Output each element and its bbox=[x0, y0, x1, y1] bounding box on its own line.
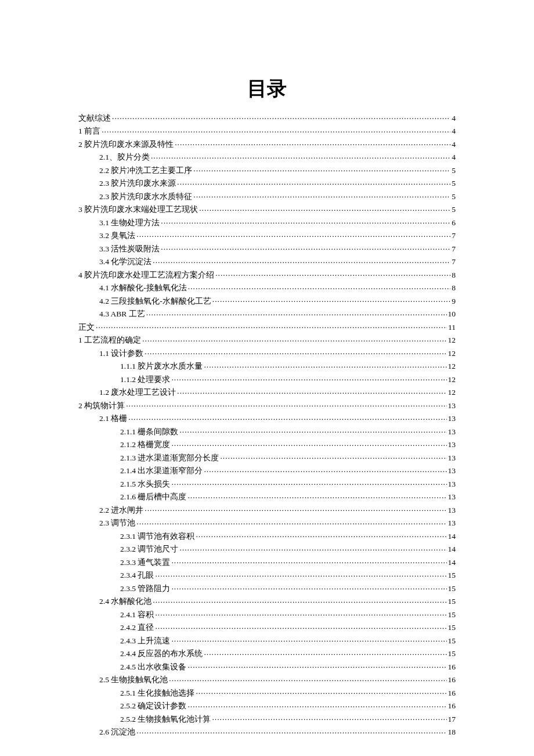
toc-dots bbox=[126, 400, 446, 408]
toc-entry: 2.1.2 格栅宽度13 bbox=[78, 440, 456, 449]
toc-entry: 2.1、胶片分类4 bbox=[78, 152, 456, 161]
toc-dots bbox=[96, 322, 447, 330]
toc-entry-label: 2.1.6 栅后槽中高度 bbox=[120, 493, 186, 501]
toc-entry: 2.2 胶片冲洗工艺主要工序5 bbox=[78, 165, 456, 174]
toc-entry-page: 8 bbox=[452, 271, 456, 279]
toc-entry-label: 2.1、胶片分类 bbox=[99, 153, 150, 161]
toc-entry-page: 4 bbox=[452, 153, 456, 161]
toc-entry-page: 12 bbox=[448, 336, 456, 344]
toc-dots bbox=[151, 152, 450, 160]
toc-entry-page: 15 bbox=[448, 650, 456, 658]
toc-entry: 2.6 沉淀池18 bbox=[78, 727, 456, 736]
toc-entry-page: 12 bbox=[448, 362, 456, 370]
toc-dots bbox=[155, 609, 446, 617]
toc-entry: 文献综述4 bbox=[78, 113, 456, 122]
toc-entry-label: 4.1 水解酸化-接触氧化法 bbox=[99, 284, 187, 292]
toc-entry: 2.4.1 容积15 bbox=[78, 609, 456, 618]
toc-entry-page: 13 bbox=[448, 402, 456, 410]
toc-entry: 2.3.3 通气装置14 bbox=[78, 557, 456, 566]
toc-entry: 2.4.2 直径15 bbox=[78, 622, 456, 632]
toc-entry-label: 2.5 生物接触氧化池 bbox=[99, 676, 168, 684]
toc-entry-label: 2 胶片洗印废水来源及特性 bbox=[78, 141, 174, 149]
toc-entry: 4.1 水解酸化-接触氧化法 8 bbox=[78, 283, 456, 292]
toc-entry: 正文11 bbox=[78, 322, 456, 331]
toc-dots bbox=[179, 426, 446, 434]
toc-dots bbox=[196, 687, 446, 696]
toc-entry-label: 1.1 设计参数 bbox=[99, 350, 143, 358]
toc-dots bbox=[145, 348, 446, 356]
toc-entry: 1.1 设计参数12 bbox=[78, 348, 456, 357]
toc-entry: 1.1.2 处理要求12 bbox=[78, 374, 456, 383]
toc-dots bbox=[171, 557, 446, 565]
toc-entry-label: 2.3.4 孔眼 bbox=[120, 571, 154, 579]
toc-entry-page: 10 bbox=[448, 310, 456, 318]
toc-entry-page: 17 bbox=[448, 715, 456, 723]
toc-entry: 2.3.1 调节池有效容积14 bbox=[78, 531, 456, 540]
toc-entry-page: 4 bbox=[452, 141, 456, 149]
toc-dots bbox=[161, 243, 450, 251]
toc-dots bbox=[204, 466, 446, 474]
toc-entry-page: 9 bbox=[452, 297, 456, 305]
toc-dots bbox=[136, 518, 446, 526]
toc-entry-label: 2.3.2 调节池尺寸 bbox=[120, 545, 178, 553]
toc-entry-label: 2.1.1 栅条间隙数 bbox=[120, 428, 178, 436]
toc-entry-label: 2.4 水解酸化池 bbox=[99, 597, 151, 606]
toc-entry: 2.4.4 反应器的布水系统15 bbox=[78, 649, 456, 658]
toc-dots bbox=[215, 269, 450, 278]
toc-entry-page: 15 bbox=[448, 571, 456, 579]
toc-entry-label: 2.4.2 直径 bbox=[120, 624, 154, 632]
toc-dots bbox=[177, 387, 446, 395]
toc-dots bbox=[212, 296, 451, 304]
toc-dots bbox=[171, 635, 446, 643]
toc-dots bbox=[161, 217, 450, 225]
toc-entry: 2.5.1 生化接触池选择16 bbox=[78, 687, 456, 697]
toc-dots bbox=[199, 204, 450, 213]
toc-entry-page: 5 bbox=[452, 179, 456, 188]
toc-dots bbox=[128, 413, 446, 422]
toc-entry-label: 2.3.1 调节池有效容积 bbox=[120, 532, 194, 541]
toc-dots bbox=[171, 374, 446, 382]
toc-entry-label: 2.3.5 管路阻力 bbox=[120, 585, 170, 593]
toc-entry-page: 16 bbox=[448, 689, 456, 697]
toc-entry: 2 胶片洗印废水来源及特性4 bbox=[78, 139, 456, 148]
toc-entry-label: 2.1.2 格栅宽度 bbox=[120, 441, 170, 449]
toc-entry-label: 2.2 进水闸井 bbox=[99, 506, 143, 514]
toc-entry-page: 15 bbox=[448, 585, 456, 593]
toc-dots bbox=[196, 531, 446, 539]
toc-entry-page: 5 bbox=[452, 193, 456, 201]
toc-entry: 2.4.3 上升流速15 bbox=[78, 635, 456, 645]
toc-entry: 2.3.4 孔眼15 bbox=[78, 570, 456, 579]
toc-entry-label: 2.2 胶片冲洗工艺主要工序 bbox=[99, 167, 192, 175]
toc-entry-page: 11 bbox=[448, 323, 456, 332]
toc-dots bbox=[187, 661, 446, 669]
toc-entry-page: 14 bbox=[448, 545, 456, 553]
toc-entry-page: 14 bbox=[448, 532, 456, 541]
toc-entry: 1.2 废水处理工艺设计12 bbox=[78, 387, 456, 397]
toc-list: 文献综述41 前言42 胶片洗印废水来源及特性42.1、胶片分类42.2 胶片冲… bbox=[78, 113, 456, 736]
toc-dots bbox=[193, 191, 450, 199]
toc-entry-page: 13 bbox=[448, 506, 456, 514]
toc-entry-label: 2.4.3 上升流速 bbox=[120, 637, 170, 645]
toc-entry: 4 胶片洗印废水处理工艺流程方案介绍8 bbox=[78, 269, 456, 279]
toc-entry-label: 4.3 ABR 工艺 bbox=[99, 310, 145, 318]
toc-entry: 1.1.1 胶片废水水质水量12 bbox=[78, 361, 456, 370]
toc-dots bbox=[153, 596, 446, 604]
toc-dots bbox=[136, 231, 450, 239]
toc-dots bbox=[175, 139, 450, 147]
toc-entry-page: 15 bbox=[448, 611, 456, 619]
toc-title: 目录 bbox=[78, 75, 456, 102]
toc-entry: 2.4.5 出水收集设备16 bbox=[78, 661, 456, 671]
toc-entry-label: 2.5.2 生物接触氧化池计算 bbox=[120, 715, 211, 723]
toc-entry-label: 2.1.3 进水渠道渐宽部分长度 bbox=[120, 454, 219, 462]
toc-entry-page: 7 bbox=[452, 232, 456, 240]
toc-entry-page: 18 bbox=[448, 728, 456, 736]
toc-entry: 2.1.6 栅后槽中高度13 bbox=[78, 492, 456, 501]
toc-entry-page: 12 bbox=[448, 350, 456, 358]
toc-dots bbox=[204, 649, 446, 657]
toc-entry-page: 5 bbox=[452, 167, 456, 175]
toc-entry-label: 2.5.2 确定设计参数 bbox=[120, 702, 186, 710]
toc-entry-label: 文献综述 bbox=[78, 114, 111, 123]
toc-entry-page: 15 bbox=[448, 637, 456, 645]
toc-entry-label: 正文 bbox=[78, 323, 95, 332]
toc-dots bbox=[155, 570, 446, 578]
